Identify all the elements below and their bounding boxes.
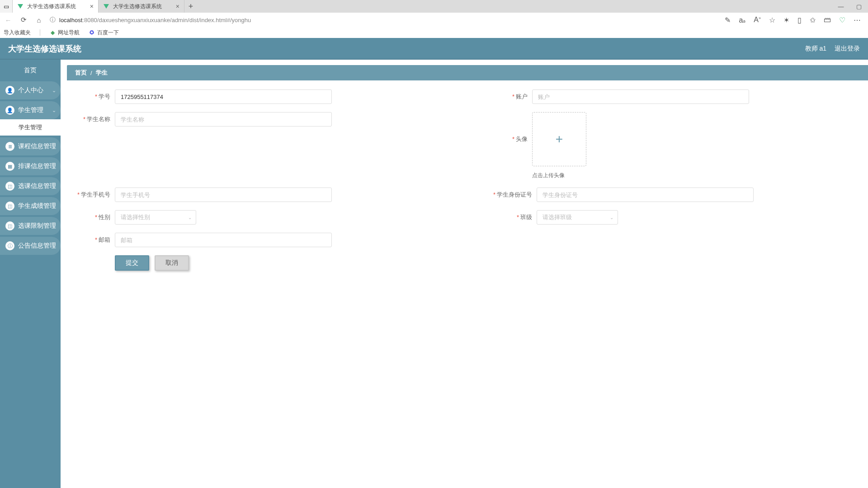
browser-right-icons: ✎ aₐ A» ☆ ✶ ▯ ✩ 🗃 ♡ ⋯ — [725, 16, 864, 24]
refresh-button[interactable]: ⟳ — [19, 16, 28, 24]
url-text: localhost:8080/daxueshengxuanxiuxuanke/a… — [59, 17, 251, 23]
new-tab-button[interactable]: + — [184, 0, 197, 13]
back-button[interactable]: ← — [4, 16, 13, 24]
baidu-icon: ✪ — [89, 29, 95, 36]
close-tab-icon[interactable]: × — [90, 3, 94, 9]
app-guard-icon[interactable]: 🗃 — [824, 16, 831, 24]
window-controls: — ▢ × — [832, 0, 868, 13]
text-size-icon[interactable]: A» — [754, 16, 761, 24]
browser-tab-0[interactable]: 大学生选修选课系统 × — [13, 0, 99, 13]
browser-tab-1[interactable]: 大学生选修选课系统 × — [99, 0, 184, 13]
tab-title: 大学生选修选课系统 — [113, 3, 172, 10]
favorites-bar-icon[interactable]: ✩ — [810, 16, 816, 24]
maximize-button[interactable]: ▢ — [850, 0, 868, 13]
browser-tab-row: ▭ 大学生选修选课系统 × 大学生选修选课系统 × + — ▢ × — [0, 0, 868, 13]
collections-icon[interactable]: ▯ — [797, 16, 802, 24]
bookmark-nav[interactable]: ◆ 网址导航 — [49, 29, 80, 37]
tab-title: 大学生选修选课系统 — [27, 3, 86, 10]
wallet-icon[interactable]: ♡ — [839, 16, 845, 24]
more-icon[interactable]: ⋯ — [854, 16, 861, 24]
site-info-icon[interactable]: ⓘ — [50, 16, 56, 24]
bookmark-import[interactable]: 导入收藏夹 — [4, 29, 31, 37]
favorite-icon[interactable]: ☆ — [769, 16, 775, 24]
close-tab-icon[interactable]: × — [176, 3, 179, 9]
address-bar[interactable]: ⓘ localhost:8080/daxueshengxuanxiuxuanke… — [50, 16, 718, 24]
home-button[interactable]: ⌂ — [34, 16, 43, 24]
minimize-button[interactable]: — — [832, 0, 850, 13]
browser-address-row: ← → ⟳ ⌂ ⓘ localhost:8080/daxueshengxuanx… — [0, 13, 868, 27]
browser-chrome: ▭ 大学生选修选课系统 × 大学生选修选课系统 × + — ▢ × ← → ⟳ … — [0, 0, 868, 38]
vue-favicon-icon — [17, 3, 24, 9]
scribble-icon[interactable]: ✎ — [725, 16, 731, 24]
bookmarks-bar: 导入收藏夹 ◆ 网址导航 ✪ 百度一下 — [0, 27, 868, 38]
globe-icon: ◆ — [49, 29, 56, 36]
read-aloud-icon[interactable]: aₐ — [739, 16, 745, 24]
tab-actions-button[interactable]: ▭ — [0, 0, 13, 13]
vue-favicon-icon — [103, 3, 109, 9]
divider — [40, 29, 40, 36]
bookmark-baidu[interactable]: ✪ 百度一下 — [89, 29, 119, 37]
extensions-icon[interactable]: ✶ — [783, 16, 789, 24]
